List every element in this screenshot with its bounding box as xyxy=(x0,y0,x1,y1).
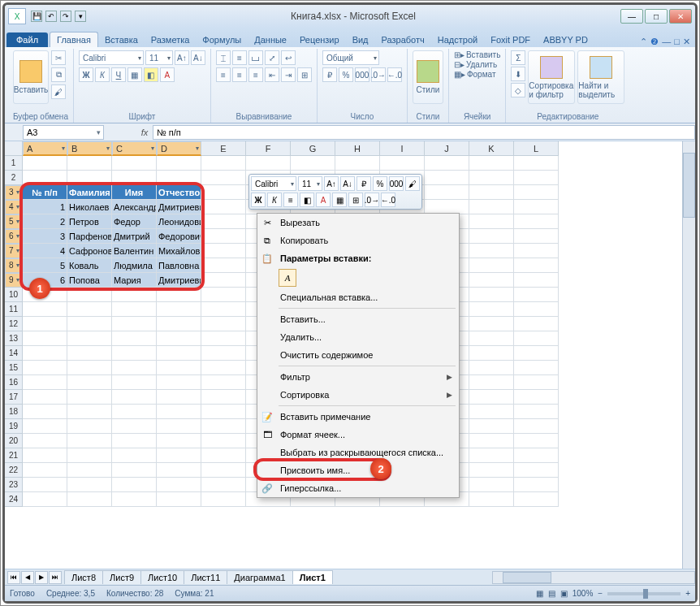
align-top-icon[interactable]: ⌶ xyxy=(216,50,231,65)
cell[interactable] xyxy=(112,346,157,361)
bold-button[interactable]: Ж xyxy=(79,67,93,82)
cell[interactable] xyxy=(201,171,246,185)
row-header[interactable]: 21 xyxy=(5,448,23,463)
column-header[interactable]: D xyxy=(157,141,201,156)
cell[interactable]: Валентин xyxy=(112,244,157,258)
mdi-minimize-icon[interactable]: — xyxy=(662,37,671,47)
indent-inc-icon[interactable]: ⇥ xyxy=(281,67,296,82)
cell[interactable] xyxy=(201,346,246,361)
mini-italic-button[interactable]: К xyxy=(267,193,282,207)
cell[interactable] xyxy=(23,156,67,171)
cell[interactable] xyxy=(157,302,201,317)
copy-icon[interactable]: ⧉ xyxy=(51,67,66,82)
cell[interactable] xyxy=(335,156,380,171)
cell[interactable] xyxy=(157,390,201,405)
cell[interactable] xyxy=(514,492,559,507)
cell[interactable] xyxy=(201,200,246,214)
cell[interactable]: Александр xyxy=(112,200,157,214)
cell[interactable] xyxy=(112,331,157,346)
file-tab[interactable]: Файл xyxy=(6,32,48,47)
cell[interactable] xyxy=(469,448,514,463)
cell[interactable] xyxy=(23,317,67,331)
zoom-out-button[interactable]: − xyxy=(598,589,603,598)
cell[interactable] xyxy=(201,463,246,478)
number-format-select[interactable]: Общий xyxy=(322,50,379,65)
cell[interactable] xyxy=(157,317,201,331)
cell[interactable] xyxy=(157,171,201,185)
mini-grow-font-icon[interactable]: A↑ xyxy=(324,176,339,191)
cell[interactable] xyxy=(201,331,246,346)
row-header[interactable]: 9 xyxy=(5,273,23,288)
view-break-icon[interactable]: ▣ xyxy=(560,589,568,598)
mdi-close-icon[interactable]: ✕ xyxy=(683,37,690,47)
cell[interactable] xyxy=(157,361,201,375)
mini-merge-icon[interactable]: ⊞ xyxy=(348,193,363,207)
column-header[interactable]: H xyxy=(335,141,380,156)
cell[interactable] xyxy=(112,375,157,390)
cell[interactable] xyxy=(469,258,514,273)
cell[interactable] xyxy=(67,405,112,419)
cell[interactable] xyxy=(514,171,559,185)
cell[interactable]: Отчество xyxy=(157,185,201,200)
cell[interactable]: Коваль xyxy=(67,258,112,273)
cut-icon[interactable]: ✂ xyxy=(51,50,66,65)
cell[interactable] xyxy=(514,185,559,200)
cell[interactable] xyxy=(23,361,67,375)
cell[interactable] xyxy=(201,375,246,390)
styles-button[interactable]: Стили xyxy=(413,50,443,104)
align-middle-icon[interactable]: ≡ xyxy=(232,50,247,65)
cell[interactable] xyxy=(157,375,201,390)
qat-save-icon[interactable]: 💾 xyxy=(31,11,42,22)
tab-abbyy[interactable]: ABBYY PD xyxy=(537,32,594,47)
dec-decimal-icon[interactable]: ←.0 xyxy=(387,67,402,82)
mini-inc-decimal-icon[interactable]: .0→ xyxy=(365,193,379,207)
cell[interactable] xyxy=(23,331,67,346)
name-box[interactable]: A3 xyxy=(23,125,104,140)
cell[interactable] xyxy=(112,492,157,507)
cell[interactable] xyxy=(514,375,559,390)
cell[interactable] xyxy=(514,302,559,317)
cell[interactable] xyxy=(23,419,67,434)
cell[interactable] xyxy=(23,434,67,448)
cell[interactable] xyxy=(469,288,514,302)
underline-button[interactable]: Ч xyxy=(111,67,126,82)
column-header[interactable]: I xyxy=(380,141,425,156)
tab-developer[interactable]: Разработч xyxy=(375,32,431,47)
cell[interactable] xyxy=(67,302,112,317)
cell[interactable] xyxy=(23,171,67,185)
cell[interactable]: Имя xyxy=(112,185,157,200)
cell[interactable] xyxy=(469,478,514,492)
mini-align-center-icon[interactable]: ≡ xyxy=(283,193,298,207)
cell[interactable] xyxy=(112,419,157,434)
cell[interactable] xyxy=(469,302,514,317)
ctx-cut[interactable]: ✂Вырезать xyxy=(257,214,459,232)
cell[interactable]: Попова xyxy=(67,273,112,288)
cell[interactable] xyxy=(514,244,559,258)
cell[interactable]: Федор xyxy=(112,214,157,229)
cell[interactable] xyxy=(157,288,201,302)
cell[interactable] xyxy=(67,156,112,171)
orientation-icon[interactable]: ⤢ xyxy=(265,50,279,65)
cell[interactable] xyxy=(469,405,514,419)
qat-redo-icon[interactable]: ↷ xyxy=(60,11,71,22)
cell[interactable] xyxy=(23,405,67,419)
percent-icon[interactable]: % xyxy=(339,67,353,82)
ctx-insert-comment[interactable]: 📝Вставить примечание xyxy=(257,408,459,426)
cell[interactable] xyxy=(112,463,157,478)
font-name-select[interactable]: Calibri xyxy=(79,50,144,65)
ctx-delete[interactable]: Удалить... xyxy=(257,328,459,346)
worksheet-grid[interactable]: ABCDEFGHIJKL 123456789101112131415161718… xyxy=(5,141,695,580)
sort-filter-button[interactable]: Сортировка и фильтр xyxy=(528,50,575,104)
cell[interactable] xyxy=(469,331,514,346)
cells-format-button[interactable]: ▦▸ Формат xyxy=(454,70,496,79)
cell[interactable]: 5 xyxy=(23,258,67,273)
cell[interactable] xyxy=(23,346,67,361)
cell[interactable] xyxy=(112,317,157,331)
cell[interactable] xyxy=(67,171,112,185)
cell[interactable]: Николаев xyxy=(67,200,112,214)
tab-data[interactable]: Данные xyxy=(248,32,293,47)
cell[interactable] xyxy=(112,302,157,317)
cell[interactable] xyxy=(469,346,514,361)
mini-currency-icon[interactable]: ₽ xyxy=(356,176,371,191)
cell[interactable] xyxy=(23,492,67,507)
